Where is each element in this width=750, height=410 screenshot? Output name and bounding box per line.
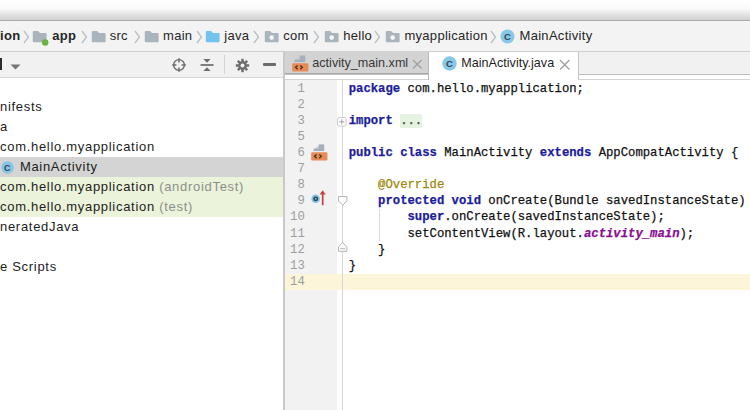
- svg-text:C: C: [3, 163, 10, 173]
- svg-text:C: C: [446, 58, 453, 69]
- svg-text:C: C: [504, 31, 511, 42]
